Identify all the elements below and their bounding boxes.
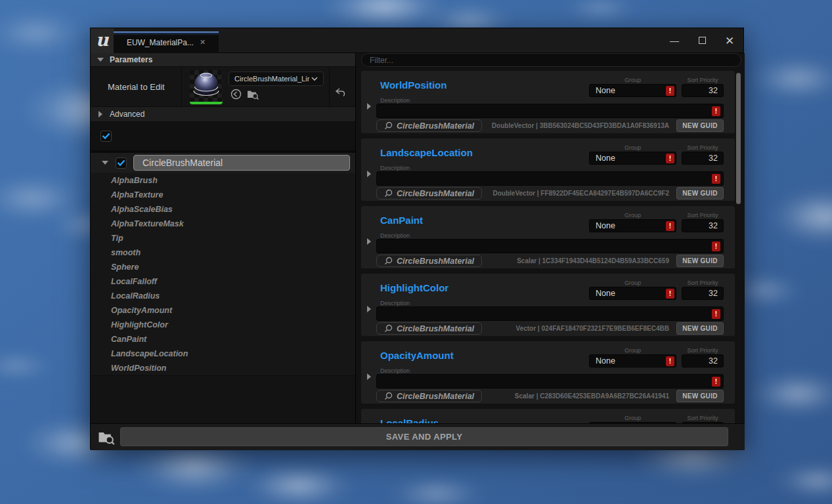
error-badge: ! [712, 174, 720, 184]
material-reference-chip[interactable]: CircleBrushMaterial [376, 119, 482, 132]
sort-priority-field[interactable]: 32 [682, 287, 724, 300]
parameter-cards: WorldPosition Group None ! Sort Priority… [361, 71, 735, 423]
description-input[interactable]: ! [376, 306, 724, 321]
parameter-name[interactable]: OpacityAmount [380, 350, 454, 361]
parameter-card: OpacityAmount Group None ! Sort Priority… [361, 341, 735, 404]
search-icon [384, 257, 393, 265]
browse-to-asset-icon[interactable] [247, 89, 259, 100]
expand-arrow-icon[interactable] [367, 171, 371, 177]
maximize-button[interactable] [688, 35, 716, 46]
parameter-list-item[interactable]: Tip [91, 231, 355, 245]
expand-arrow-icon[interactable] [367, 373, 371, 380]
scrollbar-thumb[interactable] [736, 73, 741, 204]
minimize-button[interactable]: — [661, 35, 688, 46]
parameter-name[interactable]: CanPaint [380, 215, 423, 226]
sort-priority-field[interactable]: 32 [682, 219, 724, 232]
parameter-name[interactable]: LocalRadius [380, 417, 439, 423]
parameter-card: LocalRadius Group None ! Sort Priority 3… [361, 409, 735, 423]
tab-close-icon[interactable]: ✕ [200, 38, 206, 47]
description-input[interactable]: ! [376, 239, 724, 253]
material-checkbox[interactable] [116, 158, 127, 169]
group-field[interactable]: None ! [589, 84, 676, 97]
error-badge: ! [666, 154, 674, 163]
material-to-edit-row: Material to Edit [91, 67, 355, 107]
type-and-guid: DoubleVector | 3BB563024BC5D43FD3BDA1A0F… [482, 122, 676, 129]
new-guid-button[interactable]: NEW GUID [676, 322, 724, 335]
error-badge: ! [712, 106, 720, 116]
parameter-list-item[interactable]: LocalFalloff [91, 274, 355, 289]
parameter-list-item[interactable]: WorldPosition [91, 361, 355, 375]
group-label: Group [624, 144, 641, 151]
collapse-arrow-icon [97, 58, 104, 62]
parameters-header-label: Parameters [110, 55, 152, 64]
description-label: Description [380, 300, 410, 306]
type-and-guid: Scalar | 1C334F1943D44B5124D4B59A33BCC65… [482, 257, 676, 264]
thumbnail-status-bar [190, 102, 223, 104]
new-guid-button[interactable]: NEW GUID [676, 187, 724, 200]
parameter-name[interactable]: WorldPosition [380, 79, 447, 91]
material-thumbnail[interactable] [190, 70, 223, 104]
group-field[interactable]: None ! [589, 219, 676, 232]
sort-priority-field[interactable]: 32 [682, 84, 724, 97]
description-input[interactable]: ! [376, 171, 724, 186]
browse-to-asset-icon[interactable] [98, 429, 116, 448]
window-body: Parameters Material to Edit [91, 53, 745, 423]
use-selected-asset-icon[interactable] [230, 89, 242, 100]
parameter-list-item[interactable]: LandscapeLocation [91, 346, 355, 361]
filter-input[interactable] [361, 53, 741, 67]
parameter-card: LandscapeLocation Group None ! Sort Prio… [361, 138, 735, 201]
parameter-list-item[interactable]: smooth [91, 245, 355, 260]
material-reference-chip[interactable]: CircleBrushMaterial [376, 255, 482, 267]
group-field[interactable]: None ! [589, 287, 676, 300]
sort-priority-field[interactable]: 32 [682, 354, 724, 368]
parameter-list-item[interactable]: AlphaScaleBias [91, 202, 355, 217]
card-footer: CircleBrushMaterial Scalar | C283D60E425… [376, 390, 724, 402]
material-reference-chip[interactable]: CircleBrushMaterial [376, 187, 482, 200]
group-value: None [596, 287, 615, 299]
enabled-checkbox[interactable] [100, 131, 112, 142]
expand-arrow-icon[interactable] [367, 103, 371, 110]
sort-priority-field[interactable]: 32 [682, 152, 724, 165]
parameter-list-item[interactable]: AlphaBrush [91, 173, 355, 188]
material-name-input[interactable] [133, 155, 350, 171]
description-input[interactable]: ! [376, 104, 724, 118]
description-label: Description [380, 368, 410, 374]
parameter-list-item[interactable]: CanPaint [91, 332, 355, 346]
parameter-list-item[interactable]: Sphere [91, 260, 355, 274]
new-guid-button[interactable]: NEW GUID [676, 255, 724, 267]
expand-arrow-icon[interactable] [367, 306, 371, 312]
group-field[interactable]: None ! [589, 152, 676, 165]
parameter-name[interactable]: LandscapeLocation [380, 147, 473, 158]
group-value: None [596, 220, 615, 232]
parameter-list-item[interactable]: OpacityAmount [91, 303, 355, 318]
tab-euw-materialpa[interactable]: EUW_MaterialPa... ✕ [114, 32, 219, 53]
checkmark-icon [102, 133, 110, 140]
parameter-list-item[interactable]: LocalRadius [91, 289, 355, 303]
group-value: None [596, 152, 615, 164]
sort-priority-value: 32 [709, 355, 718, 367]
parameters-header[interactable]: Parameters [91, 53, 355, 67]
advanced-section[interactable]: Advanced [91, 107, 355, 122]
cloud [742, 52, 832, 105]
parameter-list-item[interactable]: AlphaTexture [91, 188, 355, 202]
save-and-apply-button[interactable]: SAVE AND APPLY [120, 427, 728, 446]
new-guid-button[interactable]: NEW GUID [676, 390, 724, 402]
material-asset-dropdown[interactable]: CircleBrushMaterial_Lir [229, 72, 324, 86]
parameter-name[interactable]: HighlightColor [380, 282, 449, 293]
titlebar[interactable]: u EUW_MaterialPa... ✕ — ✕ [91, 28, 743, 53]
expand-arrow-icon[interactable] [367, 238, 371, 245]
new-guid-button[interactable]: NEW GUID [676, 119, 724, 132]
reset-to-default-icon[interactable] [331, 83, 349, 101]
group-field[interactable]: None ! [589, 354, 676, 368]
material-reference-chip[interactable]: CircleBrushMaterial [376, 390, 482, 402]
parameters-panel: Parameters Material to Edit [91, 53, 355, 423]
card-footer: CircleBrushMaterial Vector | 024FAF18470… [376, 322, 724, 335]
material-reference-name: CircleBrushMaterial [397, 257, 474, 266]
description-input[interactable]: ! [376, 374, 724, 388]
close-button[interactable]: ✕ [716, 34, 743, 48]
chevron-down-icon [311, 77, 318, 81]
material-reference-chip[interactable]: CircleBrushMaterial [376, 322, 482, 335]
parameter-list-item[interactable]: AlphaTextureMask [91, 217, 355, 231]
cloud [762, 184, 832, 249]
parameter-list-item[interactable]: HighlightColor [91, 318, 355, 332]
